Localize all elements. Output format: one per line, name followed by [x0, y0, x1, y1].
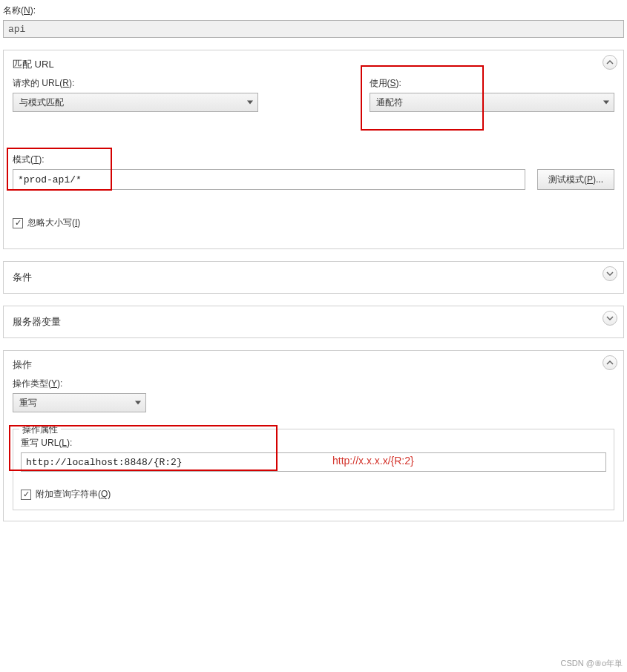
chevron-down-icon — [606, 314, 614, 322]
name-label: 名称(N): — [3, 4, 624, 17]
test-pattern-button[interactable]: 测试模式(P)... — [537, 169, 614, 190]
append-qs-label: 附加查询字符串(Q) — [36, 488, 111, 501]
name-input[interactable] — [3, 20, 624, 38]
collapse-match-url-button[interactable] — [603, 55, 617, 70]
chevron-down-icon — [606, 270, 614, 277]
chevron-up-icon — [606, 359, 614, 366]
rewrite-url-label: 重写 URL(L): — [21, 437, 606, 449]
conditions-title: 条件 — [13, 271, 614, 284]
match-url-title: 匹配 URL — [13, 58, 614, 71]
pattern-label: 模式(T): — [13, 154, 614, 166]
using-select[interactable]: 通配符 — [370, 93, 615, 112]
append-qs-checkbox[interactable]: ✓ — [21, 490, 31, 500]
action-title: 操作 — [13, 358, 614, 372]
ignore-case-checkbox[interactable]: ✓ — [13, 218, 23, 228]
server-vars-panel: 服务器变量 — [3, 306, 624, 338]
action-type-label: 操作类型(Y): — [13, 378, 614, 390]
ignore-case-row: ✓ 忽略大小写(I) — [13, 217, 614, 229]
match-url-panel: 匹配 URL 请求的 URL(R): 与模式匹配 使用(S): 通配符 — [3, 50, 624, 249]
expand-conditions-button[interactable] — [603, 266, 617, 281]
append-qs-row: ✓ 附加查询字符串(Q) — [21, 488, 606, 501]
conditions-panel: 条件 — [3, 261, 624, 294]
pattern-input[interactable] — [13, 169, 525, 190]
using-field: 使用(S): 通配符 — [370, 77, 615, 112]
request-url-field: 请求的 URL(R): 与模式匹配 — [13, 77, 258, 112]
chevron-down-icon — [247, 101, 253, 105]
action-props-legend: 操作属性 — [19, 424, 61, 436]
chevron-up-icon — [606, 59, 614, 66]
request-url-label: 请求的 URL(R): — [13, 77, 258, 90]
name-section: 名称(N): — [3, 0, 624, 38]
collapse-action-button[interactable] — [603, 355, 617, 370]
chevron-down-icon — [603, 101, 609, 105]
action-panel: 操作 操作类型(Y): 重写 操作属性 重写 URL(L): http://x.… — [3, 350, 624, 521]
expand-server-vars-button[interactable] — [603, 311, 617, 326]
ignore-case-label: 忽略大小写(I) — [27, 217, 80, 229]
chevron-down-icon — [135, 401, 141, 405]
rewrite-url-annotation: http://x.x.x.x/{R:2} — [332, 455, 414, 467]
server-vars-title: 服务器变量 — [13, 315, 614, 329]
action-type-select[interactable]: 重写 — [13, 393, 146, 412]
rewrite-url-input[interactable] — [21, 452, 606, 472]
action-props-fieldset: 操作属性 重写 URL(L): http://x.x.x.x/{R:2} ✓ 附… — [13, 429, 614, 510]
request-url-select[interactable]: 与模式匹配 — [13, 93, 258, 112]
using-label: 使用(S): — [370, 77, 615, 90]
